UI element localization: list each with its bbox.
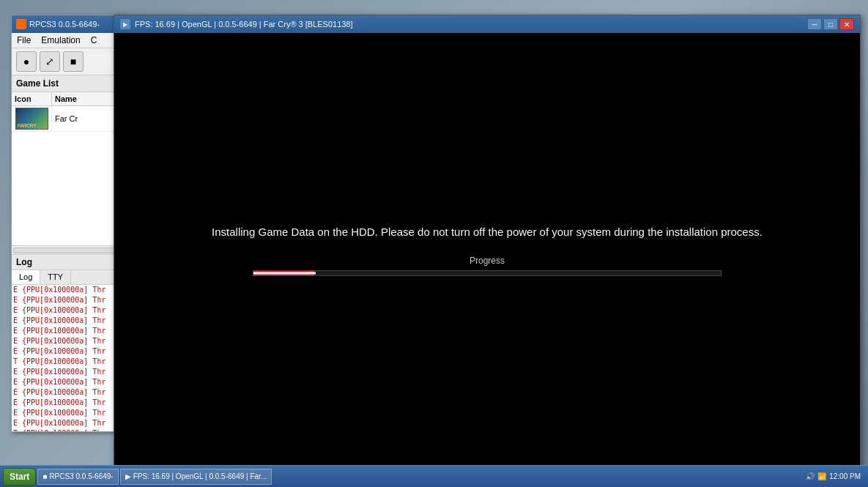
menu-emulation[interactable]: Emulation xyxy=(39,34,82,46)
progress-indicator xyxy=(253,272,316,274)
taskbar-item-game[interactable]: ▶ FPS: 16.69 | OpenGL | 0.0.5-6649 | Far… xyxy=(120,469,272,485)
fullscreen-button[interactable]: ⤢ xyxy=(40,51,60,72)
game-icon-cell: FARCRY xyxy=(12,106,52,131)
emulator-window: RPCS3 0.0.5-6649- File Emulation C ● ⤢ ■… xyxy=(11,15,125,432)
log-line: E {PPU[0x100000a] Thr xyxy=(12,326,124,336)
network-icon: 📶 xyxy=(817,472,826,480)
close-button[interactable]: ✕ xyxy=(839,18,854,30)
log-line: E {PPU[0x100000a] Thr xyxy=(12,408,124,418)
log-line: E {PPU[0x100000a] Thr xyxy=(12,336,124,346)
game-window-icon: ▶ xyxy=(120,19,130,29)
stop-icon: ■ xyxy=(70,56,76,67)
window-controls: ─ □ ✕ xyxy=(807,18,854,30)
log-line: E {PPU[0x100000a] Thr xyxy=(12,346,124,357)
taskbar: Start ■ RPCS3 0.0.5-6649- ▶ FPS: 16.69 |… xyxy=(0,465,868,487)
emulator-window-icon xyxy=(16,19,26,29)
log-line: T {PPU[0x100000a] Thr xyxy=(12,428,124,431)
taskbar-game-label: FPS: 16.69 | OpenGL | 0.0.5-6649 | Far..… xyxy=(133,472,267,480)
log-tabs: Log TTY xyxy=(12,270,124,285)
menu-bar: File Emulation C xyxy=(12,33,124,48)
horizontal-scrollbar[interactable] xyxy=(12,245,124,254)
log-line: E {PPU[0x100000a] Thr xyxy=(12,398,124,408)
play-icon: ● xyxy=(23,56,29,67)
fullscreen-icon: ⤢ xyxy=(45,56,54,67)
taskbar-item-emulator[interactable]: ■ RPCS3 0.0.5-6649- xyxy=(37,469,118,485)
clock-icon: 🔊 xyxy=(806,472,815,480)
start-button[interactable]: Start xyxy=(3,468,36,486)
log-content[interactable]: E {PPU[0x100000a] ThrE {PPU[0x100000a] T… xyxy=(12,285,124,431)
game-icon-farcry: FARCRY xyxy=(15,108,48,130)
menu-file[interactable]: File xyxy=(15,34,33,46)
game-list-header: Game List xyxy=(12,75,124,92)
log-line: E {PPU[0x100000a] Thr xyxy=(12,387,124,398)
emulator-title-text: RPCS3 0.0.5-6649- xyxy=(29,20,119,29)
stop-button[interactable]: ■ xyxy=(63,51,84,72)
minimize-button[interactable]: ─ xyxy=(807,18,822,30)
taskbar-game-icon: ▶ xyxy=(125,472,131,480)
log-header: Log xyxy=(12,255,124,270)
game-viewport: Installing Game Data on the HDD. Please … xyxy=(114,33,860,468)
log-line: T {PPU[0x100000a] Thr xyxy=(12,357,124,367)
progress-label: Progress xyxy=(470,256,505,266)
game-title-text: FPS: 16.69 | OpenGL | 0.0.5-6649 | Far C… xyxy=(135,20,803,29)
menu-config[interactable]: C xyxy=(89,34,100,46)
emulator-title-bar[interactable]: RPCS3 0.0.5-6649- xyxy=(12,15,124,33)
system-tray: 🔊 📶 12:00 PM xyxy=(801,472,865,480)
log-line: E {PPU[0x100000a] Thr xyxy=(12,295,124,305)
taskbar-emulator-label: RPCS3 0.0.5-6649- xyxy=(49,472,113,480)
taskbar-emulator-icon: ■ xyxy=(42,472,47,480)
clock-display: 12:00 PM xyxy=(829,472,861,480)
tab-tty[interactable]: TTY xyxy=(40,270,71,284)
game-window: ▶ FPS: 16.69 | OpenGL | 0.0.5-6649 | Far… xyxy=(114,15,861,469)
log-section: Log Log TTY E {PPU[0x100000a] ThrE {PPU[… xyxy=(12,254,124,431)
game-list-columns: Icon Name xyxy=(12,92,124,106)
log-line: E {PPU[0x100000a] Thr xyxy=(12,305,124,316)
log-line: E {PPU[0x100000a] Thr xyxy=(12,316,124,326)
tab-log[interactable]: Log xyxy=(12,270,40,284)
scrollbar-track[interactable] xyxy=(13,248,122,253)
game-list-body[interactable]: FARCRY Far Cr xyxy=(12,106,124,245)
install-message: Installing Game Data on the HDD. Please … xyxy=(212,226,763,238)
maximize-button[interactable]: □ xyxy=(823,18,838,30)
progress-container: Progress xyxy=(253,256,722,276)
log-line: E {PPU[0x100000a] Thr xyxy=(12,285,124,295)
game-row[interactable]: FARCRY Far Cr xyxy=(12,106,124,132)
play-button[interactable]: ● xyxy=(16,51,37,72)
log-line: E {PPU[0x100000a] Thr xyxy=(12,418,124,428)
progress-track xyxy=(253,270,722,276)
log-line: E {PPU[0x100000a] Thr xyxy=(12,367,124,377)
game-title-bar[interactable]: ▶ FPS: 16.69 | OpenGL | 0.0.5-6649 | Far… xyxy=(114,15,860,33)
column-icon: Icon xyxy=(12,92,52,105)
log-line: E {PPU[0x100000a] Thr xyxy=(12,377,124,387)
toolbar: ● ⤢ ■ xyxy=(12,48,124,75)
